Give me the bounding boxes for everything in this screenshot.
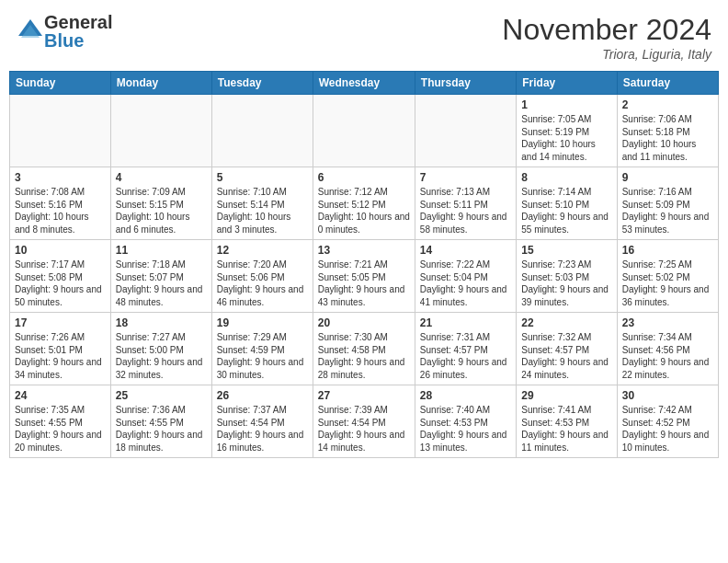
day-info: Sunrise: 7:42 AM Sunset: 4:52 PM Dayligh… [622,404,713,454]
calendar-header-row: SundayMondayTuesdayWednesdayThursdayFrid… [10,72,719,95]
calendar-day-cell: 5Sunrise: 7:10 AM Sunset: 5:14 PM Daylig… [211,167,313,240]
day-number: 25 [116,389,207,402]
calendar-day-cell: 8Sunrise: 7:14 AM Sunset: 5:10 PM Daylig… [517,167,617,240]
calendar-day-cell: 18Sunrise: 7:27 AM Sunset: 5:00 PM Dayli… [110,313,211,385]
day-number: 21 [420,316,511,329]
day-info: Sunrise: 7:31 AM Sunset: 4:57 PM Dayligh… [420,331,511,381]
day-info: Sunrise: 7:17 AM Sunset: 5:08 PM Dayligh… [15,259,106,308]
day-info: Sunrise: 7:25 AM Sunset: 5:02 PM Dayligh… [622,259,713,308]
calendar-day-cell: 3Sunrise: 7:08 AM Sunset: 5:16 PM Daylig… [10,167,111,240]
day-info: Sunrise: 7:06 AM Sunset: 5:18 PM Dayligh… [622,113,713,163]
calendar-day-cell: 28Sunrise: 7:40 AM Sunset: 4:53 PM Dayli… [415,385,516,458]
day-number: 11 [116,244,207,257]
logo-icon [17,17,44,45]
day-number: 12 [217,244,308,257]
day-number: 29 [521,389,611,402]
calendar-day-cell [110,95,211,167]
calendar-day-cell: 6Sunrise: 7:12 AM Sunset: 5:12 PM Daylig… [313,167,415,240]
day-number: 6 [318,171,410,184]
calendar-day-cell: 7Sunrise: 7:13 AM Sunset: 5:11 PM Daylig… [415,167,516,240]
page-header: General Blue November 2024 Triora, Ligur… [9,9,719,65]
calendar-day-cell [415,95,516,167]
calendar-day-cell: 26Sunrise: 7:37 AM Sunset: 4:54 PM Dayli… [211,385,313,458]
title-section: November 2024 Triora, Liguria, Italy [502,13,711,62]
logo-blue-text: Blue [44,31,112,50]
location-text: Triora, Liguria, Italy [502,47,711,62]
calendar-week-row: 24Sunrise: 7:35 AM Sunset: 4:55 PM Dayli… [10,385,719,458]
day-info: Sunrise: 7:22 AM Sunset: 5:04 PM Dayligh… [420,259,511,308]
calendar-day-cell: 17Sunrise: 7:26 AM Sunset: 5:01 PM Dayli… [10,313,111,385]
calendar-header-tuesday: Tuesday [211,72,313,95]
calendar-day-cell: 25Sunrise: 7:36 AM Sunset: 4:55 PM Dayli… [110,385,211,458]
day-info: Sunrise: 7:36 AM Sunset: 4:55 PM Dayligh… [116,404,207,454]
day-number: 13 [318,244,410,257]
day-info: Sunrise: 7:08 AM Sunset: 5:16 PM Dayligh… [15,186,106,236]
day-info: Sunrise: 7:40 AM Sunset: 4:53 PM Dayligh… [420,404,511,454]
day-number: 4 [116,171,207,184]
calendar-day-cell: 2Sunrise: 7:06 AM Sunset: 5:18 PM Daylig… [617,95,718,167]
calendar-header-saturday: Saturday [617,72,718,95]
day-number: 8 [521,171,611,184]
calendar-day-cell: 29Sunrise: 7:41 AM Sunset: 4:53 PM Dayli… [517,385,617,458]
day-number: 5 [217,171,308,184]
day-info: Sunrise: 7:23 AM Sunset: 5:03 PM Dayligh… [521,259,611,308]
calendar-day-cell: 16Sunrise: 7:25 AM Sunset: 5:02 PM Dayli… [617,240,718,313]
calendar-week-row: 1Sunrise: 7:05 AM Sunset: 5:19 PM Daylig… [10,95,719,167]
day-info: Sunrise: 7:16 AM Sunset: 5:09 PM Dayligh… [622,186,713,236]
day-info: Sunrise: 7:35 AM Sunset: 4:55 PM Dayligh… [15,404,106,454]
day-number: 18 [116,316,207,329]
calendar-day-cell: 14Sunrise: 7:22 AM Sunset: 5:04 PM Dayli… [415,240,516,313]
day-number: 3 [15,171,106,184]
calendar-day-cell: 19Sunrise: 7:29 AM Sunset: 4:59 PM Dayli… [211,313,313,385]
day-number: 30 [622,389,713,402]
calendar-day-cell: 20Sunrise: 7:30 AM Sunset: 4:58 PM Dayli… [313,313,415,385]
day-number: 15 [521,244,611,257]
day-number: 28 [420,389,511,402]
day-number: 16 [622,244,713,257]
day-number: 10 [15,244,106,257]
calendar-day-cell: 22Sunrise: 7:32 AM Sunset: 4:57 PM Dayli… [517,313,617,385]
calendar-week-row: 3Sunrise: 7:08 AM Sunset: 5:16 PM Daylig… [10,167,719,240]
day-info: Sunrise: 7:18 AM Sunset: 5:07 PM Dayligh… [116,259,207,308]
day-info: Sunrise: 7:14 AM Sunset: 5:10 PM Dayligh… [521,186,611,236]
calendar-day-cell: 9Sunrise: 7:16 AM Sunset: 5:09 PM Daylig… [617,167,718,240]
day-info: Sunrise: 7:09 AM Sunset: 5:15 PM Dayligh… [116,186,207,236]
day-info: Sunrise: 7:34 AM Sunset: 4:56 PM Dayligh… [622,331,713,381]
day-info: Sunrise: 7:29 AM Sunset: 4:59 PM Dayligh… [217,331,308,381]
day-number: 19 [217,316,308,329]
day-info: Sunrise: 7:12 AM Sunset: 5:12 PM Dayligh… [318,186,410,236]
logo: General Blue [17,13,112,50]
calendar-day-cell: 11Sunrise: 7:18 AM Sunset: 5:07 PM Dayli… [110,240,211,313]
day-info: Sunrise: 7:27 AM Sunset: 5:00 PM Dayligh… [116,331,207,381]
calendar-header-monday: Monday [110,72,211,95]
day-info: Sunrise: 7:30 AM Sunset: 4:58 PM Dayligh… [318,331,410,381]
calendar-table: SundayMondayTuesdayWednesdayThursdayFrid… [9,71,719,458]
calendar-day-cell: 10Sunrise: 7:17 AM Sunset: 5:08 PM Dayli… [10,240,111,313]
calendar-header-sunday: Sunday [10,72,111,95]
calendar-header-thursday: Thursday [415,72,516,95]
logo-general-text: General [44,13,112,31]
calendar-day-cell [211,95,313,167]
calendar-week-row: 10Sunrise: 7:17 AM Sunset: 5:08 PM Dayli… [10,240,719,313]
day-number: 17 [15,316,106,329]
calendar-day-cell: 27Sunrise: 7:39 AM Sunset: 4:54 PM Dayli… [313,385,415,458]
month-title: November 2024 [502,13,711,47]
calendar-header-friday: Friday [517,72,617,95]
calendar-day-cell: 15Sunrise: 7:23 AM Sunset: 5:03 PM Dayli… [517,240,617,313]
day-number: 24 [15,389,106,402]
day-info: Sunrise: 7:13 AM Sunset: 5:11 PM Dayligh… [420,186,511,236]
day-number: 23 [622,316,713,329]
day-info: Sunrise: 7:20 AM Sunset: 5:06 PM Dayligh… [217,259,308,308]
calendar-header-wednesday: Wednesday [313,72,415,95]
calendar-day-cell: 24Sunrise: 7:35 AM Sunset: 4:55 PM Dayli… [10,385,111,458]
day-number: 14 [420,244,511,257]
calendar-day-cell: 4Sunrise: 7:09 AM Sunset: 5:15 PM Daylig… [110,167,211,240]
day-number: 22 [521,316,611,329]
day-number: 7 [420,171,511,184]
calendar-day-cell: 13Sunrise: 7:21 AM Sunset: 5:05 PM Dayli… [313,240,415,313]
day-info: Sunrise: 7:05 AM Sunset: 5:19 PM Dayligh… [521,113,611,163]
day-number: 20 [318,316,410,329]
day-info: Sunrise: 7:32 AM Sunset: 4:57 PM Dayligh… [521,331,611,381]
day-number: 2 [622,98,713,111]
calendar-day-cell: 21Sunrise: 7:31 AM Sunset: 4:57 PM Dayli… [415,313,516,385]
